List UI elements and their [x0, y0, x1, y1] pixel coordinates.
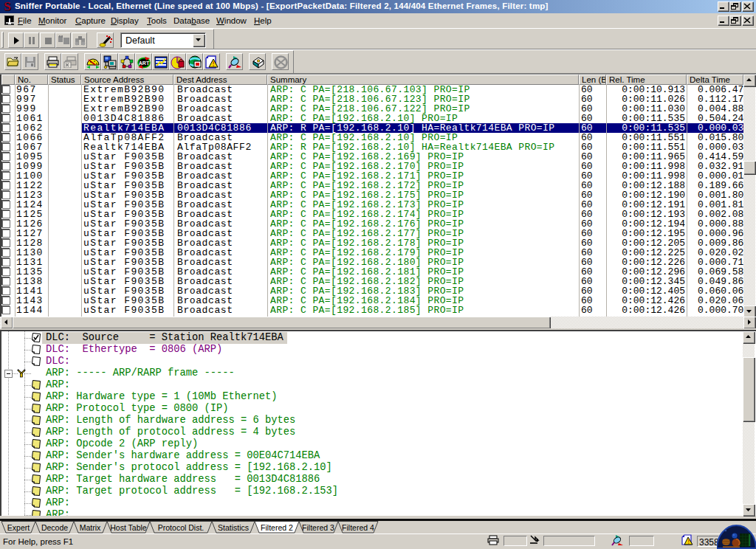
- svg-text:Host Table: Host Table: [110, 523, 147, 532]
- svg-text:Filtered 4: Filtered 4: [342, 523, 374, 532]
- svg-text:Filtered 2: Filtered 2: [261, 523, 293, 532]
- svg-text:ART: ART: [139, 61, 150, 66]
- svg-text:Filtered 3: Filtered 3: [302, 523, 334, 532]
- svg-text:Expert: Expert: [7, 523, 30, 532]
- svg-text:Matrix: Matrix: [80, 523, 101, 532]
- svg-text:Decode: Decode: [41, 523, 68, 532]
- svg-text:Protocol Dist.: Protocol Dist.: [158, 523, 204, 532]
- svg-text:Statistics: Statistics: [218, 523, 249, 532]
